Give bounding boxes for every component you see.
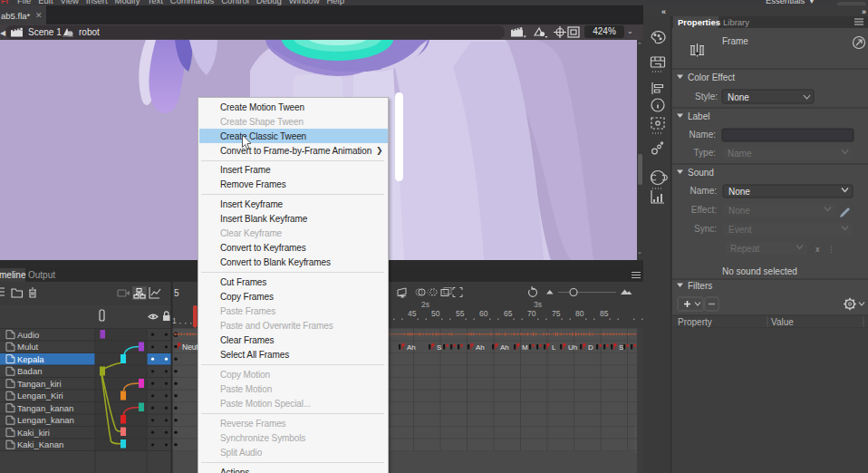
svg-text:Mulut: Mulut <box>17 342 39 352</box>
svg-text:Lengan_kanan: Lengan_kanan <box>17 415 74 425</box>
svg-text:Tangan_kiri: Tangan_kiri <box>17 379 62 389</box>
svg-text:Sync:: Sync: <box>694 224 717 234</box>
svg-text:Color Effect: Color Effect <box>688 72 735 82</box>
svg-text:5: 5 <box>174 288 179 298</box>
svg-text:80: 80 <box>575 309 584 318</box>
svg-text:»: » <box>862 7 866 16</box>
svg-text:Output: Output <box>28 270 55 280</box>
svg-text:Audio: Audio <box>17 330 39 340</box>
svg-text:S: S <box>619 343 623 352</box>
svg-text:Filters: Filters <box>688 281 712 291</box>
svg-text:Ah: Ah <box>407 343 416 352</box>
svg-text:Effect:: Effect: <box>691 205 717 215</box>
svg-text:45: 45 <box>408 309 417 318</box>
svg-text:Event: Event <box>728 225 752 235</box>
svg-text:Name:: Name: <box>690 130 716 140</box>
svg-text:S: S <box>437 343 441 352</box>
svg-text:Label: Label <box>688 111 709 121</box>
svg-text:60: 60 <box>479 309 488 318</box>
svg-text:Style:: Style: <box>695 92 718 101</box>
svg-text:⋮: ⋮ <box>827 245 835 254</box>
svg-text:Lengan_Kiri: Lengan_Kiri <box>17 391 63 401</box>
svg-text:75: 75 <box>552 309 561 318</box>
svg-text:Name: Name <box>728 149 752 159</box>
svg-text:Tangan_kanan: Tangan_kanan <box>17 403 73 413</box>
svg-text:None: None <box>728 187 750 197</box>
svg-text:Kaki_Kanan: Kaki_Kanan <box>17 439 63 449</box>
svg-text:Ah: Ah <box>476 343 485 352</box>
svg-text:85: 85 <box>600 309 609 318</box>
svg-text:No sound selected: No sound selected <box>722 266 797 276</box>
svg-text:L: L <box>552 343 556 352</box>
svg-text:1: 1 <box>172 316 177 325</box>
svg-text:Value: Value <box>771 317 794 327</box>
svg-text:65: 65 <box>504 309 513 318</box>
svg-text:3s: 3s <box>534 300 542 309</box>
svg-text:Badan: Badan <box>17 366 42 376</box>
svg-text:2s: 2s <box>421 300 429 309</box>
svg-text:None: None <box>728 92 749 102</box>
svg-text:M: M <box>522 343 528 352</box>
svg-text:Sound: Sound <box>688 168 714 178</box>
svg-text:55: 55 <box>456 309 465 318</box>
svg-text:Type:: Type: <box>694 148 716 158</box>
svg-text:Uh: Uh <box>568 343 577 352</box>
svg-text:Kaki_kiri: Kaki_kiri <box>17 428 50 438</box>
svg-text:D: D <box>588 343 593 352</box>
svg-text:x: x <box>815 245 820 254</box>
svg-text:Ah: Ah <box>500 343 509 352</box>
svg-text:Properties: Properties <box>678 17 720 27</box>
svg-text:Repeat: Repeat <box>730 244 759 254</box>
svg-text:Library: Library <box>723 17 749 27</box>
svg-text:«: « <box>661 7 666 16</box>
svg-text:Kepala: Kepala <box>17 354 44 364</box>
svg-text:Name:: Name: <box>690 186 717 196</box>
svg-text:None: None <box>728 206 750 216</box>
svg-text:70: 70 <box>527 309 536 318</box>
svg-text:Frame: Frame <box>722 36 748 46</box>
svg-text:meline: meline <box>0 270 26 280</box>
svg-text:Property: Property <box>678 317 712 327</box>
svg-text:50: 50 <box>431 309 440 318</box>
